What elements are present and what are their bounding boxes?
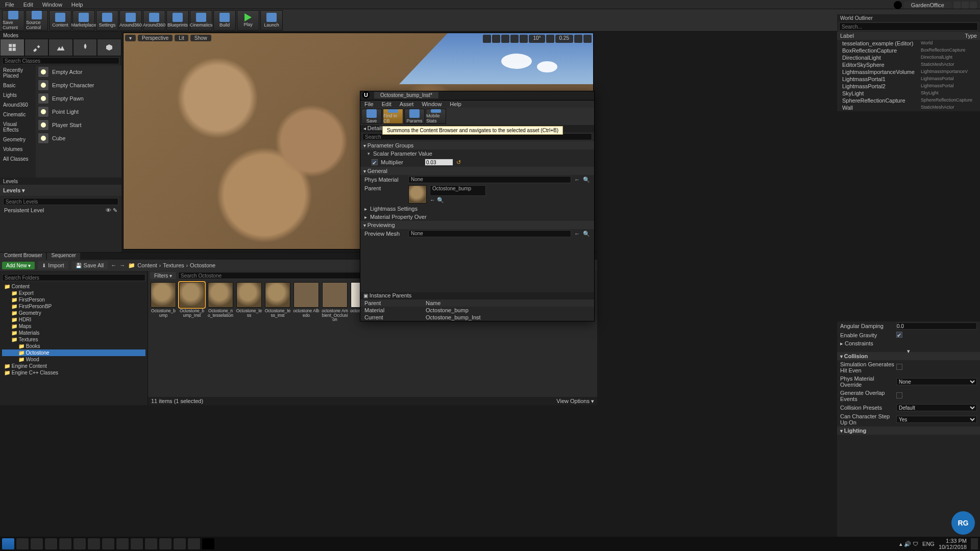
viewport-perspective[interactable]: Perspective — [138, 35, 173, 41]
mi-asset-tab[interactable]: Octostone_bump_Inst* — [374, 92, 438, 98]
snap-scale[interactable] — [546, 35, 554, 43]
sec-mat-override[interactable]: ▸ Material Property Over — [360, 213, 594, 221]
outliner-row[interactable]: DirectionalLightDirectionalLight — [837, 54, 980, 61]
phys-material-picker[interactable]: None — [408, 176, 571, 183]
actor-item[interactable]: Cube — [36, 132, 121, 145]
sec-scalar[interactable]: ▾ Scalar Parameter Value — [360, 149, 594, 158]
asset-item[interactable]: Octostone_bump_Inst — [179, 282, 205, 317]
actor-item[interactable]: Empty Actor — [36, 65, 121, 79]
source-control-button[interactable]: Source Control — [26, 10, 48, 31]
taskbar-app[interactable] — [102, 538, 114, 549]
filters-button[interactable]: Filters ▾ — [150, 272, 176, 279]
folder-octostone[interactable]: 📁 Octostone — [2, 349, 145, 356]
actor-item[interactable]: Player Start — [36, 118, 121, 132]
parent-thumbnail[interactable] — [408, 185, 427, 204]
search-classes-input[interactable] — [2, 57, 119, 64]
mi-find-button[interactable]: Find in CB — [383, 109, 403, 124]
reset-icon[interactable]: ↺ — [456, 159, 461, 166]
snap-grid[interactable] — [501, 35, 509, 43]
landscape-mode-tab[interactable] — [48, 39, 73, 56]
nav-back[interactable]: ← — [111, 262, 116, 268]
crumb-content[interactable]: Content — [137, 262, 157, 268]
maximize-button[interactable] — [962, 2, 969, 9]
snap-angle-val[interactable]: 10° — [529, 35, 545, 43]
sec-previewing[interactable]: ▾ Previewing — [360, 221, 594, 229]
folder-export[interactable]: 📁 Export — [2, 290, 145, 296]
menu-file[interactable]: File — [5, 2, 14, 8]
coord-space[interactable] — [492, 35, 500, 43]
outliner-row[interactable]: EditorSkySphereStaticMeshActor — [837, 61, 980, 68]
mi-menu-asset[interactable]: Asset — [400, 101, 414, 107]
outliner-search-input[interactable] — [839, 22, 978, 31]
outliner-row[interactable]: tesselation_example (Editor)World — [837, 40, 980, 47]
folder-textures[interactable]: 📁 Textures — [2, 336, 145, 343]
folder-wood[interactable]: 📁 Wood — [2, 356, 145, 363]
levels-dropdown[interactable]: Levels ▾ — [3, 187, 25, 194]
geometry-mode-tab[interactable] — [97, 39, 121, 56]
category-volumes[interactable]: Volumes — [0, 144, 36, 154]
mi-instance-parents-tab[interactable]: ▣ Instance Parents — [360, 292, 594, 299]
level-actions[interactable]: 👁 ✎ — [106, 207, 117, 214]
nav-fwd[interactable]: → — [119, 262, 125, 268]
sec-general[interactable]: ▾ General — [360, 167, 594, 175]
viewport-show[interactable]: Show — [190, 35, 211, 41]
preview-browse-icon[interactable]: 🔍 — [583, 231, 590, 237]
task-view-icon[interactable] — [31, 538, 43, 549]
picker[interactable]: Yes — [896, 416, 977, 423]
sec-parameter-groups[interactable]: ▾ Parameter Groups — [360, 141, 594, 149]
outliner-row[interactable]: LightmassPortal2LightmassPortal — [837, 83, 980, 90]
menu-edit[interactable]: Edit — [23, 2, 33, 8]
folder-books[interactable]: 📁 Books — [2, 343, 145, 349]
viewport-dropdown-icon[interactable]: ▾ — [125, 35, 136, 41]
prop-constraints[interactable]: ▸ Constraints — [840, 340, 873, 347]
multiplier-input[interactable] — [425, 159, 453, 166]
save-current-button[interactable]: Save Current — [2, 10, 24, 31]
taskbar-app[interactable] — [74, 538, 86, 549]
tab-content-browser[interactable]: Content Browser — [0, 253, 46, 260]
details-expand-icon[interactable]: ▾ — [907, 348, 910, 352]
inst-row[interactable]: Current Octostone_bump_Inst — [360, 314, 594, 321]
viewport-lit[interactable]: Lit — [175, 35, 188, 41]
mi-mobile-button[interactable]: Mobile Stats — [426, 109, 446, 124]
category-geometry[interactable]: Geometry — [0, 135, 36, 144]
taskbar-app[interactable] — [45, 538, 57, 549]
camera-speed[interactable] — [574, 35, 582, 43]
taskbar-app[interactable] — [159, 538, 172, 549]
outliner-col-type[interactable]: Type — [965, 33, 977, 39]
taskbar-app[interactable] — [116, 538, 129, 549]
menu-help[interactable]: Help — [71, 2, 83, 8]
category-lights[interactable]: Lights — [0, 90, 36, 100]
tab-sequencer[interactable]: Sequencer — [47, 253, 80, 260]
actor-item[interactable]: Empty Pawn — [36, 92, 121, 105]
folder-firstpersonbp[interactable]: 📁 FirstPersonBP — [2, 303, 145, 310]
paint-mode-tab[interactable] — [24, 39, 49, 56]
outliner-row[interactable]: SphereReflectionCaptureSphereReflectionC… — [837, 97, 980, 104]
tray-lang[interactable]: ENG — [922, 541, 935, 547]
settings-button[interactable]: Settings — [96, 10, 118, 31]
parent-browse-icon[interactable]: 🔍 — [437, 197, 444, 203]
checkbox[interactable] — [896, 364, 902, 370]
mi-menu-edit[interactable]: Edit — [382, 101, 391, 107]
menu-window[interactable]: Window — [42, 2, 62, 8]
preview-use-icon[interactable]: ← — [574, 231, 580, 237]
mi-save-button[interactable]: Save — [361, 109, 382, 124]
crumb-textures[interactable]: Textures — [163, 262, 184, 268]
around360-button[interactable]: Around360 — [119, 10, 142, 31]
browse-icon[interactable]: 🔍 — [583, 177, 590, 183]
actor-item[interactable]: Empty Character — [36, 79, 121, 92]
content-button[interactable]: Content — [49, 10, 71, 31]
mi-params-button[interactable]: Params — [404, 109, 425, 124]
parent-picker[interactable]: Octostone_bump — [430, 185, 486, 196]
asset-item[interactable]: Octostone_tess — [236, 282, 262, 317]
mi-menu-help[interactable]: Help — [450, 101, 461, 107]
taskbar-app[interactable] — [131, 538, 143, 549]
checkbox[interactable] — [896, 392, 902, 398]
viewport-maximize[interactable] — [583, 35, 592, 43]
outliner-row[interactable]: BoxReflectionCaptureBoxReflectionCapture — [837, 47, 980, 54]
folder-materials[interactable]: 📁 Materials — [2, 330, 145, 336]
save-all-button[interactable]: 💾 Save All — [71, 261, 108, 269]
preview-mesh-picker[interactable]: None — [408, 230, 571, 237]
search-folders-input[interactable] — [2, 274, 145, 281]
around360-2-button[interactable]: Around360 — [143, 10, 165, 31]
outliner-row[interactable]: WallStaticMeshActor — [837, 104, 980, 111]
